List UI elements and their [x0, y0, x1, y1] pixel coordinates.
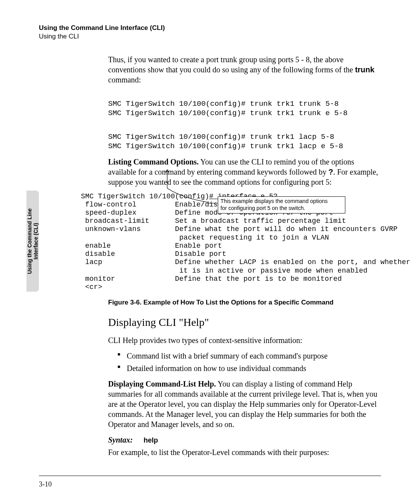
help-bullet-list: Command list with a brief summary of eac…	[117, 351, 381, 373]
opt-monitor: monitor	[81, 275, 115, 283]
intro-text-c: command:	[108, 75, 141, 84]
term-prompt: SMC TigerSwitch 10/100(config)	[81, 192, 209, 200]
opt-monitor-desc: Define that the port is to be monitored	[175, 275, 342, 283]
question-mark: ?	[329, 168, 333, 176]
side-tab-line2: Interface (CLI)	[33, 223, 39, 259]
opt-disable: disable	[81, 250, 115, 258]
cmd-line-3: SMC TigerSwitch 10/100(config)# trunk tr…	[108, 133, 334, 141]
intro-text-a: Thus, if you wanted to create a port tru…	[108, 55, 355, 74]
page-number: 3-10	[39, 480, 52, 488]
footer-rule	[39, 476, 381, 476]
opt-broadcast-limit: broadcast-limit	[81, 217, 149, 225]
opt-broadcast-limit-desc: Set a broadcast traffic percentage limit	[175, 217, 346, 225]
opt-lacp-desc: Define whether LACP is enabled on the po…	[175, 258, 410, 266]
help-example-intro: For example, to list the Operator-Level …	[108, 447, 381, 457]
page-header-subtitle: Using the CLI	[39, 33, 381, 40]
syntax-label: Syntax:	[108, 436, 133, 444]
opt-cr: <cr>	[81, 283, 102, 291]
page-header-title: Using the Command Line Interface (CLI)	[39, 24, 381, 32]
opt-flow-control: flow-control	[81, 201, 136, 208]
callout-box: This example displays the command option…	[218, 196, 345, 214]
opt-unknown-vlans: unknown-vlans	[81, 225, 141, 233]
opt-unknown-vlans-desc: Define what the port will do when it enc…	[175, 225, 397, 233]
callout-connector	[208, 203, 218, 203]
listing-paragraph: Listing Command Options. You can use the…	[108, 157, 381, 187]
callout-line-2: for configuring port 5 on the switch.	[220, 205, 343, 212]
section-heading-help: Displaying CLI "Help"	[108, 315, 381, 329]
syntax-value: help	[144, 436, 158, 444]
side-tab: Using the Command Line Interface (CLI)	[26, 191, 39, 292]
cmd-line-4: SMC TigerSwitch 10/100(config)# trunk tr…	[108, 142, 343, 150]
callout-line-1: This example displays the command option…	[220, 198, 343, 205]
opt-lacp-desc2: it is in active or passive mode when ena…	[179, 267, 368, 275]
help-bullet-1: Command list with a brief summary of eac…	[117, 351, 381, 361]
opt-lacp: lacp	[81, 258, 102, 266]
help-intro: CLI Help provides two types of context-s…	[108, 335, 381, 345]
trunk-commands-block-1: SMC TigerSwitch 10/100(config)# trunk tr…	[108, 90, 381, 118]
cmd-line-1: SMC TigerSwitch 10/100(config)# trunk tr…	[108, 100, 339, 108]
help-bullet-2: Detailed information on how to use indiv…	[117, 363, 381, 373]
command-list-help-paragraph: Displaying Command-List Help. You can di…	[108, 379, 381, 429]
opt-enable-desc: Enable port	[175, 242, 222, 250]
intro-paragraph: Thus, if you wanted to create a port tru…	[108, 54, 381, 85]
command-list-help-lead: Displaying Command-List Help.	[108, 380, 216, 388]
figure-caption: Figure 3-6. Example of How To List the O…	[108, 298, 381, 307]
opt-disable-desc: Disable port	[175, 250, 226, 258]
opt-speed-duplex: speed-duplex	[81, 209, 136, 217]
trunk-keyword: trunk	[355, 65, 374, 74]
opt-enable: enable	[81, 242, 111, 250]
side-tab-line1: Using the Command Line	[26, 208, 33, 274]
trunk-commands-block-2: SMC TigerSwitch 10/100(config)# trunk tr…	[108, 123, 381, 151]
listing-lead: Listing Command Options.	[108, 158, 199, 166]
syntax-line: Syntax:help	[108, 435, 381, 445]
opt-unknown-vlans-desc2: packet requesting it to join a VLAN	[179, 234, 329, 242]
cmd-line-2: SMC TigerSwitch 10/100(config)# trunk tr…	[108, 109, 348, 117]
